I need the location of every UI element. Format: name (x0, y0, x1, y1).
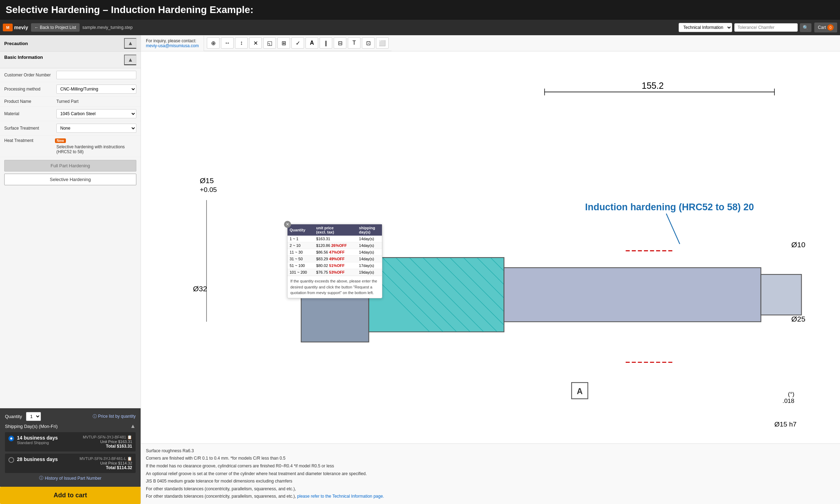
shipping-label: Shipping Day(s) (Mon-Fri) (5, 424, 58, 429)
svg-rect-15 (369, 257, 504, 332)
sidebar: Precaution ▲ Basic Information ▲ Custome… (0, 35, 141, 504)
precaution-toggle[interactable]: ▲ (124, 38, 136, 49)
price-table-row: 1 ~ 1 $163.31 14day(s) (288, 236, 382, 242)
add-to-cart-button[interactable]: Add to cart (0, 487, 141, 504)
quantity-row: Quantity 1 ⓘ Price list by quantity (5, 412, 136, 421)
shipping-total-2: Total $114.32 (80, 465, 132, 470)
price-cell: $120.86 26%OFF (314, 242, 357, 249)
views-tool-btn[interactable]: ⊡ (362, 37, 375, 49)
days-cell: 14day(s) (357, 256, 382, 262)
shipping-collapse[interactable]: ▲ (130, 423, 136, 429)
tech-info-link[interactable]: please refer to the Technical Informatio… (297, 494, 384, 499)
shipping-unit-price-2: Unit Price $114.32 (80, 461, 132, 465)
price-table-row: 101 ~ 200 $76.75 53%OFF 19day(s) (288, 269, 382, 276)
qty-cell: 31 ~ 50 (288, 256, 314, 262)
tech-info-line: For other standards tolerances (concentr… (146, 485, 835, 493)
shipping-days-2: 28 business days (17, 456, 77, 462)
tech-info-line: JIS B 0405 medium grade tolerance for mo… (146, 478, 835, 485)
copy-icon-1[interactable]: 📋 (127, 435, 132, 439)
quantity-select[interactable]: 1 (26, 412, 41, 421)
full-hardening-button[interactable]: Full Part Hardening (4, 160, 136, 172)
processing-method-select[interactable]: CNC-Milling/Turning (56, 85, 136, 94)
svg-text:Ø10: Ø10 (791, 241, 805, 249)
material-row: Material 1045 Carbon Steel (0, 107, 141, 121)
shipping-info-1: 14 business days Standard Shipping (17, 435, 80, 445)
days-cell: 14day(s) (357, 236, 382, 242)
history-link[interactable]: ⓘ History of Issued Part Number (5, 475, 136, 481)
material-label: Material (4, 111, 54, 116)
shipping-unit-price-1: Unit Price $163.31 (83, 440, 132, 444)
inquiry-email[interactable]: meviy-usa@misumiusa.com (146, 43, 199, 48)
svg-text:(°): (°) (788, 391, 794, 398)
cad-drawing-area: 155.2 Ø15 +0.05 Ø32 Induction hardening … (141, 51, 840, 443)
price-cell: $83.29 49%OFF (314, 256, 357, 262)
svg-rect-29 (761, 274, 801, 315)
radio-selected-icon (8, 436, 14, 441)
price-list-link[interactable]: ⓘ Price list by quantity (93, 413, 136, 419)
svg-text:Ø25: Ø25 (791, 315, 805, 323)
processing-method-row: Processing method CNC-Milling/Turning (0, 82, 141, 97)
table-tool-btn[interactable]: ⊟ (334, 37, 346, 49)
search-area: Technical Information 🔍 (679, 23, 811, 32)
customer-order-input[interactable] (56, 71, 136, 79)
page-title: Selective Hardening – Induction Hardenin… (0, 0, 840, 20)
tech-info-line: If the model has no clearance groove, cy… (146, 462, 835, 470)
qty-cell: 101 ~ 200 (288, 269, 314, 276)
material-select[interactable]: 1045 Carbon Steel (56, 109, 136, 118)
export-tool-btn[interactable]: ⬜ (376, 37, 389, 49)
inquiry-banner: For inquiry, please contact: meviy-usa@m… (141, 36, 204, 51)
selective-hardening-button[interactable]: Selective Hardening (4, 174, 136, 185)
check-tool-btn[interactable]: ✓ (291, 37, 304, 49)
surface-treatment-select[interactable]: None (56, 124, 136, 133)
precaution-section-header[interactable]: Precaution ▲ (0, 35, 141, 52)
font-tool-btn[interactable]: T (348, 37, 360, 49)
shipping-option-2[interactable]: 28 business days MVTUP-SFN-3YJ-BF481-L 📋… (5, 454, 136, 473)
shipping-total-1: Total $163.31 (83, 444, 132, 449)
price-popup-close[interactable]: ✕ (284, 221, 291, 228)
svg-line-9 (666, 213, 680, 244)
page-title-text: Selective Hardening – Induction Hardenin… (6, 4, 253, 15)
shipping-code-area-2: MVTUP-SFN-3YJ-BF481-L 📋 Unit Price $114.… (80, 456, 132, 470)
svg-text:155.2: 155.2 (642, 81, 663, 91)
tech-info-dropdown[interactable]: Technical Information (679, 23, 732, 32)
shipping-header: Shipping Day(s) (Mon-Fri) ▲ (5, 423, 136, 429)
search-button[interactable]: 🔍 (800, 23, 811, 32)
svg-text:Induction hardening (HRC52 to : Induction hardening (HRC52 to 58) 20 (585, 202, 754, 212)
surface-treatment-row: Surface Treatment None (0, 121, 141, 136)
cursor-tool-btn[interactable]: ⊕ (207, 37, 220, 49)
text-a-btn[interactable]: A (305, 37, 318, 49)
shipping-option-1[interactable]: 14 business days Standard Shipping MVTUP… (5, 432, 136, 452)
close-tool-btn[interactable]: ✕ (249, 37, 262, 49)
cart-button[interactable]: Cart 0 (814, 23, 837, 32)
precaution-label: Precaution (4, 41, 28, 46)
main-layout: Precaution ▲ Basic Information ▲ Custome… (0, 35, 840, 504)
heat-treatment-row: Heat Treatment New Selective hardening w… (0, 136, 141, 157)
surface-treatment-label: Surface Treatment (4, 126, 54, 131)
svg-text:.018: .018 (783, 397, 795, 404)
product-name-row: Product Name Turned Part (0, 97, 141, 107)
tech-info-panel: Surface roughness Ra6.3Corners are finis… (141, 443, 840, 504)
view-tool-btn[interactable]: ◱ (263, 37, 276, 49)
days-cell: 17day(s) (357, 262, 382, 269)
search-input[interactable] (734, 23, 798, 32)
vertical-measure-btn[interactable]: ↕ (235, 37, 248, 49)
heat-treatment-label-row: Heat Treatment New (4, 138, 136, 143)
sidebar-scroll: Precaution ▲ Basic Information ▲ Custome… (0, 35, 141, 408)
measure-tool-btn[interactable]: ↔ (221, 37, 234, 49)
basic-info-section[interactable]: Basic Information ▲ (0, 52, 141, 68)
copy-icon-2[interactable]: 📋 (127, 456, 132, 461)
bottom-panel: Quantity 1 ⓘ Price list by quantity Ship… (0, 408, 141, 487)
tech-info-line: Surface roughness Ra6.3 (146, 447, 835, 455)
shipping-header-col: shippingday(s) (357, 224, 382, 236)
price-table-row: 51 ~ 100 $80.02 51%OFF 17day(s) (288, 262, 382, 269)
qty-header: Quantity (288, 224, 314, 236)
heat-treatment-label: Heat Treatment (4, 138, 54, 143)
price-table-row: 31 ~ 50 $83.29 49%OFF 14day(s) (288, 256, 382, 262)
qty-cell: 51 ~ 100 (288, 262, 314, 269)
grid-tool-btn[interactable]: ⊞ (277, 37, 290, 49)
heat-treatment-value: Selective hardening with instructions (H… (4, 144, 136, 154)
line-tool-btn[interactable]: ∥ (320, 37, 332, 49)
svg-text:Ø15: Ø15 (200, 176, 214, 185)
basic-info-toggle[interactable]: ▲ (124, 55, 136, 65)
back-button[interactable]: ← Back to Project List (31, 23, 80, 32)
